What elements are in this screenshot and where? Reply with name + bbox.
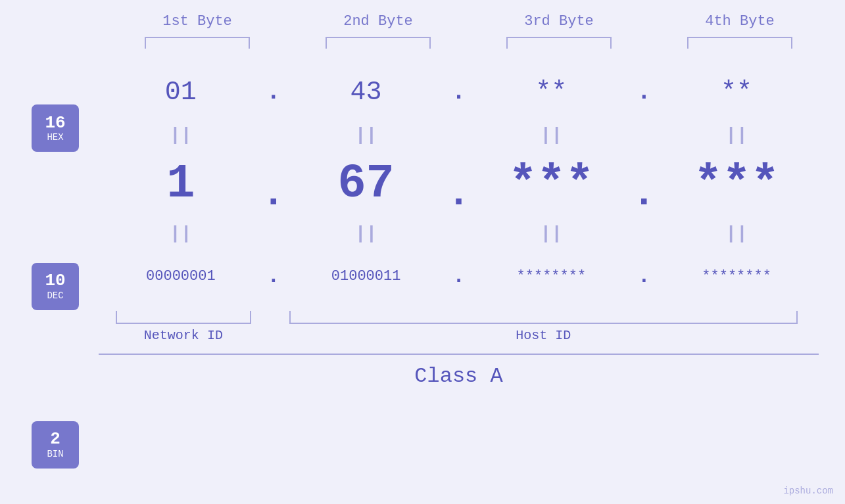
bin-b3-value: ******** [517, 268, 587, 285]
hex-b2-value: 43 [350, 78, 382, 107]
badge-dec-number: 10 [45, 271, 65, 290]
bracket-cell-2 [288, 36, 469, 49]
hex-b1-cell: 01 [99, 78, 263, 107]
hex-dot-2: . [448, 79, 470, 106]
dec-b1-value: 1 [166, 157, 195, 211]
byte3-header: 3rd Byte [469, 13, 650, 30]
top-bracket-4 [687, 37, 792, 49]
bottom-brackets-row [99, 311, 819, 324]
dec-b3-cell: *** [470, 157, 634, 211]
hex-b3-value: ** [535, 78, 567, 107]
badge-hex-number: 16 [45, 114, 65, 133]
hex-b4-cell: ** [654, 78, 819, 107]
dec-b3-value: *** [509, 157, 594, 211]
badge-hex: 16 HEX [32, 104, 79, 152]
bottom-labels-row: Network ID Host ID [99, 328, 819, 343]
badge-bin-label: BIN [47, 449, 63, 460]
bin-row: 00000001 . 01000011 . ******** . [99, 246, 819, 306]
network-id-label: Network ID [99, 328, 268, 343]
bracket-cell-3 [469, 36, 650, 49]
equals-row-2: || || || || [99, 220, 819, 246]
class-section: Class A [99, 354, 819, 388]
dec-row: 1 . 67 . *** . *** [99, 148, 819, 220]
bin-dot-1: . [263, 264, 284, 288]
dec-dot-2: . [448, 152, 470, 216]
top-bracket-1 [145, 37, 250, 49]
host-bracket [289, 311, 798, 324]
hex-b3-cell: ** [470, 78, 634, 107]
dec-dot-3: . [633, 152, 654, 216]
host-bracket-container [289, 311, 798, 324]
network-bracket [116, 311, 251, 324]
dec-b4-cell: *** [654, 157, 819, 211]
byte-headers: 1st Byte 2nd Byte 3rd Byte 4th Byte [107, 13, 831, 30]
watermark: ipshu.com [783, 486, 833, 496]
bin-b4-cell: ******** [654, 268, 819, 285]
byte1-header: 1st Byte [107, 13, 288, 30]
bracket-cell-1 [107, 36, 288, 49]
top-bracket-2 [326, 37, 431, 49]
hex-b1-value: 01 [165, 78, 197, 107]
badge-bin: 2 BIN [32, 421, 79, 469]
hex-dot-1: . [263, 79, 284, 106]
dec-dot-1: . [263, 152, 284, 216]
host-id-label: Host ID [289, 328, 798, 343]
badges-column: 16 HEX 10 DEC 2 BIN [0, 56, 99, 504]
dec-b2-cell: 67 [284, 157, 448, 211]
bin-b3-cell: ******** [470, 268, 634, 285]
top-bracket-3 [506, 37, 612, 49]
top-brackets [107, 36, 831, 49]
dec-b1-cell: 1 [99, 157, 263, 211]
dec-b4-value: *** [694, 157, 779, 211]
badge-dec-label: DEC [47, 290, 63, 302]
bin-b2-value: 01000011 [331, 268, 401, 285]
network-bracket-container [99, 311, 268, 324]
hex-b4-value: ** [721, 78, 752, 107]
byte2-header: 2nd Byte [288, 13, 469, 30]
bin-b4-value: ******** [702, 268, 771, 285]
byte4-header: 4th Byte [650, 13, 831, 30]
badge-bin-number: 2 [50, 430, 60, 449]
hex-b2-cell: 43 [284, 78, 448, 107]
bin-b1-value: 00000001 [146, 268, 216, 285]
badge-dec: 10 DEC [32, 263, 79, 310]
bin-b1-cell: 00000001 [99, 268, 263, 285]
bin-dot-3: . [633, 264, 654, 288]
hex-row: 01 . 43 . ** . ** [99, 62, 819, 122]
badge-hex-label: HEX [47, 132, 63, 143]
bracket-cell-4 [650, 36, 831, 49]
equals-row-1: || || || || [99, 122, 819, 148]
hex-dot-3: . [633, 79, 654, 106]
main-container: 1st Byte 2nd Byte 3rd Byte 4th Byte 16 H… [0, 0, 845, 504]
dec-b2-value: 67 [337, 157, 394, 211]
bin-dot-2: . [448, 264, 470, 288]
class-label: Class A [414, 364, 502, 388]
bin-b2-cell: 01000011 [284, 268, 448, 285]
